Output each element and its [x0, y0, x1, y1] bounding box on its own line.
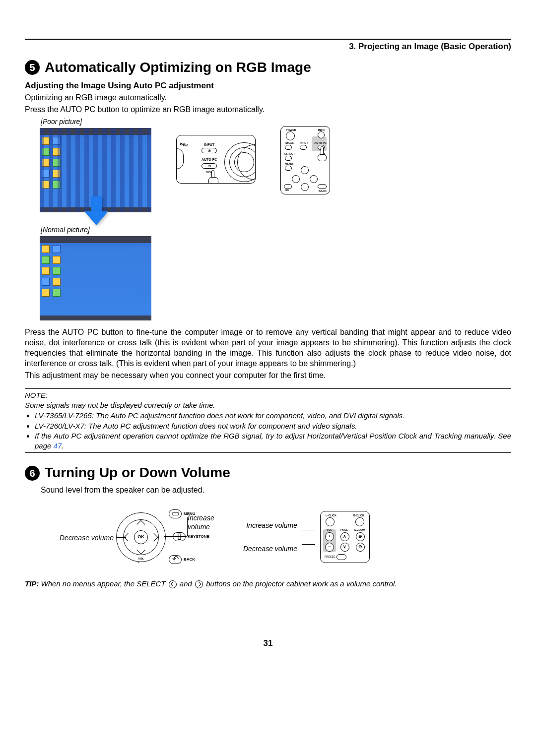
zoom-in-icon: ⊕ [356, 532, 365, 541]
note-line1: Some signals may not be displayed correc… [25, 400, 511, 410]
projector-top-diagram: WER INPUT ⎚ AUTO PC ⟲ VOL [176, 135, 256, 184]
note-bullet-1: LV-7365/LV-7265: The Auto PC adjustment … [35, 411, 511, 421]
section-6-heading: 6 Turning Up or Down Volume [25, 464, 511, 482]
hand-icon [205, 170, 220, 184]
remote-dec-label: Decrease volume [243, 544, 297, 553]
header-section-title: 3. Projecting an Image (Basic Operation) [349, 41, 511, 52]
wer-label: WER [179, 142, 188, 148]
intro-line-1: Optimizing an RGB image automatically. [25, 93, 511, 103]
tip-label: TIP: [25, 579, 39, 588]
section-5-heading: 5 Automatically Optimizing on RGB Image [25, 59, 511, 76]
volume-figures-row: Decrease volume OK VOL+ ▭ MENU ▯ KEYSTON… [65, 507, 511, 567]
menu-pill-icon: ▭ [169, 509, 182, 518]
remote-diagram: POWER INFO IMAGE INPUT AUTO PC ASPECT BL… [280, 126, 330, 194]
normal-picture-sample [40, 236, 151, 320]
ok-button-icon: OK [134, 530, 148, 544]
arrow-down-icon [84, 196, 108, 225]
select-left-icon [169, 580, 177, 588]
remote-bottom-diagram: L-CLICK R-CLICK VOL PAGE D.ZOOM + ∧ ⊕ − … [320, 511, 370, 563]
sound-line: Sound level from the speaker can be adju… [41, 485, 511, 496]
figure-row-top: WER INPUT ⎚ AUTO PC ⟲ VOL POWER INFO IMA… [40, 126, 511, 212]
note-bullet-2: LV-7260/LV-X7: The Auto PC adjustment fu… [35, 421, 511, 431]
section-5-subhead: Adjusting the Image Using Auto PC adjust… [25, 80, 511, 91]
badge-5: 5 [25, 60, 40, 75]
remote-volume-group: Increase volume Decrease volume L-CLICK … [243, 511, 370, 563]
ok-label: OK [285, 189, 289, 192]
zoom-out-icon: ⊖ [356, 543, 365, 552]
section-5-title: Automatically Optimizing on RGB Image [45, 59, 311, 76]
header-rule: 3. Projecting an Image (Basic Operation) [25, 39, 511, 40]
page-label: PAGE [340, 528, 348, 532]
lclick-label: L-CLICK [326, 514, 336, 517]
select-right-icon [195, 580, 203, 588]
freeze-label: FREEZE [325, 555, 335, 559]
back-pill-icon: ↶ [169, 555, 182, 564]
input-label: INPUT [201, 142, 217, 147]
page-47-link[interactable]: 47 [54, 441, 62, 450]
increase-volume-label: Increase volume [188, 513, 214, 531]
keystone-pill-icon: ▯ [173, 532, 186, 541]
poor-picture-caption: [Poor picture] [41, 117, 511, 126]
note-bullet-3: If the Auto PC adjustment operation cann… [35, 431, 511, 450]
keystone-label: KEYSTONE [188, 534, 209, 539]
remote-inc-label: Increase volume [243, 521, 297, 530]
vol-plus-label: VOL+ [138, 557, 144, 565]
page-up-icon: ∧ [340, 532, 349, 541]
normal-picture-caption: [Normal picture] [41, 225, 511, 234]
autopc-para-1: Press the AUTO PC button to fine-tune th… [25, 327, 511, 369]
projector-control-pad: Decrease volume OK VOL+ ▭ MENU ▯ KEYSTON… [65, 507, 213, 567]
vol-label-rm: VOL [327, 528, 332, 532]
hand-icon-remote [316, 146, 328, 161]
page-down-icon: ∨ [340, 543, 349, 552]
power-button-icon [286, 131, 295, 140]
page-number: 31 [25, 638, 511, 649]
tip-line: TIP: When no menus appear, the SELECT an… [25, 579, 511, 589]
note-block: NOTE: Some signals may not be displayed … [25, 388, 511, 453]
vol-minus-icon: − [325, 543, 334, 552]
note-label: NOTE: [25, 390, 511, 400]
decrease-volume-label: Decrease volume [60, 533, 114, 542]
autopc-button-icon: ⟲ [201, 163, 217, 169]
input-button-icon: ⎚ [201, 148, 217, 153]
autopc-para-2: This adjustment may be necessary when yo… [25, 371, 511, 381]
vol-plus-icon: + [325, 532, 334, 541]
dzoom-label: D.ZOOM [354, 528, 365, 532]
section-6-title: Turning Up or Down Volume [45, 464, 230, 482]
autopc-label: AUTO PC [201, 157, 217, 162]
badge-6: 6 [25, 466, 40, 481]
intro-line-2: Press the AUTO PC button to optimize an … [25, 105, 511, 115]
back-label: BACK [319, 189, 327, 193]
lens-rings [224, 142, 256, 182]
back-label-pad: BACK [184, 557, 195, 562]
